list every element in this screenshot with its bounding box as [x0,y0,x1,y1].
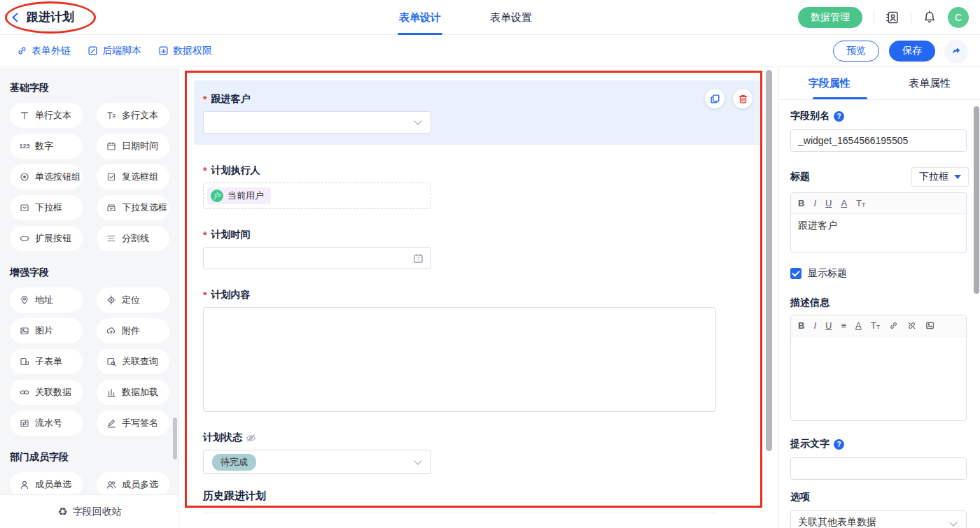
sidebar-item-data-load[interactable]: 数据加载 [97,380,169,405]
sidebar-item-linked-data[interactable]: 关联数据 [10,380,83,405]
user-tag-label: 当前用户 [227,190,264,202]
help-icon[interactable]: ? [834,439,844,450]
sidebar-item-handwritten-signature[interactable]: 手写签名 [97,411,169,436]
help-icon[interactable]: ? [834,111,844,122]
options-source-select[interactable]: 关联其他表单数据 [790,511,967,528]
plan-time-input[interactable]: 7 [203,247,431,269]
sidebar-item-label: 单行文本 [35,109,71,122]
insert-link-icon[interactable] [889,321,898,330]
sidebar-item-address[interactable]: 地址 [10,287,83,313]
tab-form-design[interactable]: 表单设计 [399,0,441,35]
font-size-icon[interactable]: TT [871,320,880,331]
field-type-select[interactable]: 下拉框 [911,167,969,187]
italic-icon[interactable]: I [813,199,816,208]
options-label: 选项 [790,491,969,504]
sidebar-scrollbar[interactable] [173,418,177,459]
align-icon[interactable]: ≡ [841,321,846,330]
plan-executor-input[interactable]: 户 当前用户 [203,183,431,209]
plan-status-select[interactable]: 待完成 [203,450,431,474]
font-color-icon[interactable]: A [841,199,847,208]
sidebar-item-image[interactable]: 图片 [10,318,83,343]
field-block-plan-time[interactable]: *计划时间 7 [203,229,762,269]
sidebar-item-location[interactable]: 定位 [97,287,169,313]
notification-bell-icon[interactable] [923,10,937,24]
sidebar-item-divider-line[interactable]: 分割线 [97,226,169,251]
divider [911,11,911,24]
font-size-icon[interactable]: TT [856,198,865,208]
underline-icon[interactable]: U [825,321,832,330]
show-title-checkbox[interactable] [790,268,802,279]
sidebar-item-label: 附件 [122,324,140,337]
field-block-follow-customer[interactable]: *跟进客户 [194,80,762,145]
data-manage-button[interactable]: 数据管理 [798,7,862,28]
sidebar-item-label: 成员多选 [122,478,158,491]
underline-icon[interactable]: U [825,199,832,208]
form-canvas[interactable]: *跟进客户 *计划执行人 户 当前用户 [180,68,778,528]
sidebar-item-datetime[interactable]: 日期时间 [97,134,169,159]
field-block-plan-status[interactable]: 计划状态 待完成 [203,431,762,474]
form-external-link-button[interactable]: 表单外链 [17,45,71,57]
data-permission-button[interactable]: 数据权限 [158,45,212,57]
pen-icon [106,418,117,428]
tab-field-properties[interactable]: 字段属性 [808,77,850,90]
backend-script-button[interactable]: 后端脚本 [88,45,141,57]
bold-icon[interactable]: B [798,199,804,208]
avatar[interactable]: C [948,7,969,28]
script-icon [88,45,98,56]
share-button[interactable] [945,40,967,62]
field-block-plan-content[interactable]: *计划内容 [203,289,762,412]
sidebar-item-linked-query[interactable]: 关联查询 [97,349,169,374]
properties-panel: 字段属性 表单属性 字段别名 ? _widget_1654566195505 标… [778,68,980,528]
back-button[interactable] [10,12,21,23]
calendar-icon: 7 [413,253,424,264]
title-label: 标题 [790,171,810,183]
sidebar-item-label: 流水号 [35,417,62,429]
font-color-icon[interactable]: A [855,321,862,330]
plan-content-textarea[interactable] [203,307,716,412]
canvas-scrollbar[interactable] [766,70,772,451]
share-arrow-icon [951,45,962,57]
calendar-icon [106,141,117,151]
tab-form-settings[interactable]: 表单设置 [490,0,532,35]
sidebar-item-member-multi[interactable]: 成员多选 [97,472,169,497]
copy-field-button[interactable] [705,89,724,108]
save-button[interactable]: 保存 [889,41,935,62]
sidebar-item-label: 关联数据 [35,386,71,399]
sidebar-item-radio-group[interactable]: 单选按钮组 [10,164,83,190]
sidebar-item-single-line-text[interactable]: 单行文本 [10,103,83,128]
delete-field-button[interactable] [733,89,752,108]
sidebar-item-extend-button[interactable]: 扩展按钮 [10,226,83,251]
sidebar-item-dropdown-multi[interactable]: 下拉复选框 [97,195,169,220]
current-user-tag[interactable]: 户 当前用户 [207,187,271,204]
sidebar-item-attachment[interactable]: 附件 [97,318,169,343]
field-label: *计划执行人 [203,164,762,177]
bold-icon[interactable]: B [798,321,804,330]
section-title-enhanced-fields: 增强字段 [10,266,169,279]
remove-link-icon[interactable] [907,321,916,330]
insert-image-icon[interactable] [925,321,934,330]
field-alias-input[interactable]: _widget_1654566195505 [790,129,967,152]
recycle-label: 字段回收站 [73,506,122,518]
sidebar-item-checkbox-group[interactable]: 复选框组 [97,164,169,190]
panel-scrollbar[interactable] [974,106,979,294]
tab-form-properties[interactable]: 表单属性 [909,77,951,90]
chevron-down-icon [414,457,421,464]
contacts-icon[interactable] [886,10,899,24]
dropdown-multi-icon [106,203,117,213]
field-block-plan-executor[interactable]: *计划执行人 户 当前用户 [203,164,762,209]
field-recycle-bin-button[interactable]: ♻ 字段回收站 [0,494,179,528]
title-editor-content[interactable]: 跟进客户 [791,214,966,252]
sidebar-item-label: 数字 [35,140,53,152]
sidebar-item-label: 图片 [35,324,53,337]
sidebar-item-serial-number[interactable]: 流水号 [10,411,83,436]
sidebar-item-number[interactable]: 123 数字 [10,134,83,159]
sidebar-item-member-single[interactable]: 成员单选 [10,472,83,497]
sidebar-item-multi-line-text[interactable]: 多行文本 [97,103,169,128]
sidebar-item-dropdown[interactable]: 下拉框 [10,195,83,220]
italic-icon[interactable]: I [813,321,816,330]
preview-button[interactable]: 预览 [833,41,879,62]
sidebar-item-subform[interactable]: 子表单 [10,349,83,374]
hint-text-input[interactable] [790,457,967,480]
description-editor-content[interactable] [791,336,966,420]
follow-customer-select[interactable] [203,111,431,134]
